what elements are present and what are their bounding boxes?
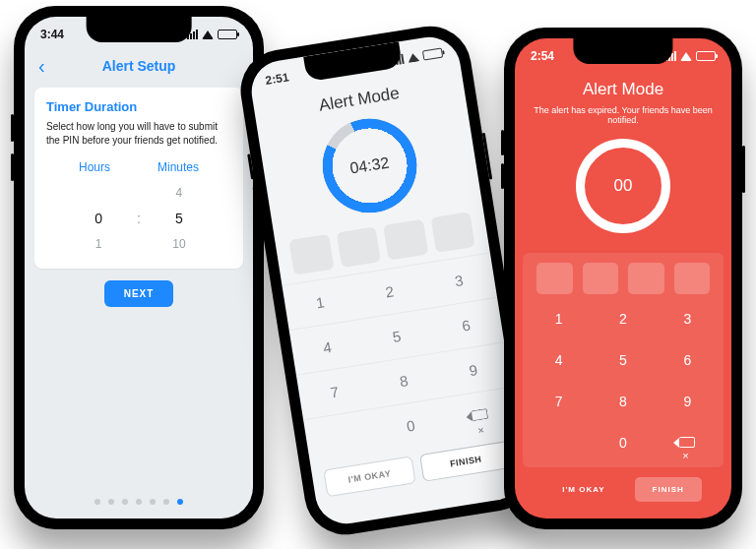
pin-box (336, 226, 381, 268)
volume-up-button[interactable] (11, 114, 14, 142)
pin-box (583, 263, 619, 294)
pin-box (628, 263, 664, 294)
pin-box (430, 212, 475, 253)
page-dot[interactable] (136, 499, 142, 505)
page-dot[interactable] (94, 499, 100, 505)
wifi-icon (680, 52, 692, 61)
numeric-keypad: 1234567890 (527, 298, 720, 463)
keypad-7[interactable]: 7 (527, 381, 591, 422)
minutes-selected: 5 (151, 206, 208, 231)
hours-label: Hours (79, 160, 110, 174)
timer-duration-card: Timer Duration Select how long you will … (34, 88, 243, 269)
keypad-6[interactable]: 6 (656, 339, 720, 381)
keypad-4[interactable]: 4 (527, 339, 591, 381)
back-button[interactable]: ‹ (38, 56, 45, 76)
keypad-blank (527, 422, 591, 463)
power-button[interactable] (742, 146, 745, 193)
countdown-time: 00 (576, 139, 670, 233)
status-time: 2:51 (265, 70, 290, 88)
keypad-8[interactable]: 8 (591, 381, 655, 422)
page-dot[interactable] (108, 499, 114, 505)
page-dot[interactable] (177, 499, 183, 505)
notch (573, 38, 672, 64)
im-okay-button[interactable]: I'M OKAY (544, 477, 622, 502)
pin-box (674, 263, 711, 294)
im-okay-button[interactable]: I'M OKAY (323, 456, 415, 497)
keypad-1[interactable]: 1 (527, 298, 591, 339)
countdown-ring: 04:32 (316, 112, 424, 220)
keypad-delete[interactable] (656, 422, 720, 463)
minutes-label: Minutes (158, 160, 199, 174)
pin-input[interactable] (527, 263, 720, 294)
next-button[interactable]: NEXT (104, 280, 174, 307)
phone-alert-mode-expired: 2:54 Alert Mode The alert has expired. Y… (504, 28, 742, 529)
duration-picker[interactable]: 0 1 : 4 5 10 (46, 180, 231, 257)
finish-button[interactable]: FINISH (419, 441, 512, 482)
keypad-9[interactable]: 9 (656, 381, 720, 422)
minutes-prev: 4 (151, 180, 208, 206)
keypad-3[interactable]: 3 (656, 298, 720, 339)
status-time: 2:54 (531, 49, 554, 63)
picker-colon: : (137, 211, 141, 226)
hours-wheel[interactable]: 0 1 (70, 180, 127, 257)
wifi-icon (407, 52, 419, 63)
page-indicator (25, 499, 253, 505)
wifi-icon (202, 30, 214, 39)
countdown-time: 04:32 (316, 112, 424, 220)
notch (87, 17, 192, 42)
numeric-keypad: 1234567890 (282, 252, 518, 463)
phone-alert-setup: 3:44 ‹ Alert Setup Timer Duration Select… (14, 6, 264, 529)
alert-expired-message: The alert has expired. Your friends have… (515, 105, 731, 125)
card-body: Select how long you will have to submit … (46, 120, 231, 147)
battery-icon (696, 51, 716, 61)
battery-icon (218, 30, 237, 39)
power-button[interactable] (482, 133, 492, 180)
page-title: Alert Setup (102, 58, 176, 74)
page-dot[interactable] (150, 499, 156, 505)
pin-box (536, 263, 573, 294)
hours-selected: 0 (70, 206, 127, 231)
hours-next: 1 (70, 231, 127, 257)
backspace-icon (472, 408, 489, 421)
countdown-ring: 00 (576, 139, 670, 233)
backspace-icon (679, 437, 695, 448)
keypad-0[interactable]: 0 (591, 422, 655, 463)
minutes-next: 10 (151, 231, 208, 257)
keypad-5[interactable]: 5 (591, 339, 655, 381)
volume-down-button[interactable] (501, 163, 504, 189)
page-dot[interactable] (163, 499, 169, 505)
card-heading: Timer Duration (46, 99, 231, 114)
page-title: Alert Mode (515, 80, 731, 99)
battery-icon (422, 48, 443, 61)
navbar: ‹ Alert Setup (25, 52, 253, 80)
volume-up-button[interactable] (501, 130, 504, 155)
phone-alert-mode-active: 2:51 Alert Mode 04:32 1234567890 I'M OKA… (235, 21, 541, 541)
pin-box (383, 219, 428, 261)
finish-button[interactable]: FINISH (635, 477, 702, 502)
status-time: 3:44 (40, 28, 64, 41)
minutes-wheel[interactable]: 4 5 10 (151, 180, 208, 257)
keypad-2[interactable]: 2 (591, 298, 655, 339)
page-dot[interactable] (122, 499, 128, 505)
volume-down-button[interactable] (11, 153, 14, 181)
pin-box (288, 234, 334, 275)
hours-prev (70, 180, 127, 206)
